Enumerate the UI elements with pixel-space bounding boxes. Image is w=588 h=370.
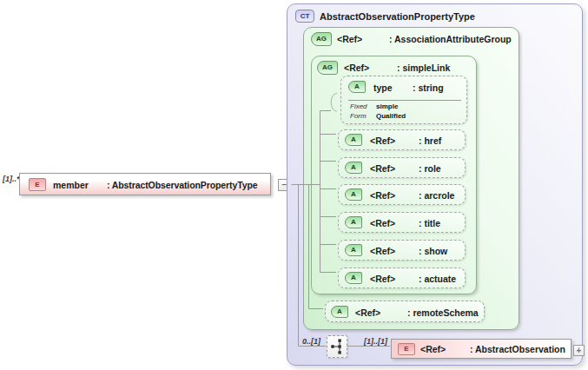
attribute-ref: <Ref> bbox=[355, 307, 380, 319]
attribute-ref: <Ref> bbox=[370, 135, 395, 147]
complex-type-title: AbstractObservationPropertyType bbox=[320, 10, 475, 23]
simplelink-name: : simpleLink bbox=[397, 62, 450, 74]
attribute-remoteschema-box[interactable]: A <Ref> : remoteSchema bbox=[325, 301, 485, 322]
attribute-name: : arcrole bbox=[419, 189, 454, 202]
attribute-actuate-box[interactable]: A <Ref> : actuate bbox=[338, 268, 466, 288]
association-attribute-group-box[interactable]: AG <Ref> : AssociationAttributeGroup AG … bbox=[303, 27, 519, 330]
attribute-datatype: : string bbox=[413, 82, 444, 94]
attribute-ref: <Ref> bbox=[370, 162, 395, 175]
attribute-ref: <Ref> bbox=[370, 273, 395, 285]
attribute-icon: A bbox=[345, 272, 362, 284]
observation-occurs-label: [1]..[1] bbox=[364, 337, 387, 346]
attribute-show-box[interactable]: A <Ref> : show bbox=[338, 240, 466, 261]
attribute-icon: A bbox=[345, 188, 362, 201]
attribute-type-box[interactable]: A type : string Fixed simple Form Qualif… bbox=[340, 76, 467, 124]
observation-name: : AbstractObservation bbox=[470, 343, 565, 355]
expand-icon[interactable]: + bbox=[573, 345, 585, 356]
attribute-group-icon: AG bbox=[311, 32, 332, 46]
attribute-name: : actuate bbox=[419, 273, 456, 285]
member-element-box[interactable]: E member : AbstractObservationPropertyTy… bbox=[19, 173, 271, 195]
attribute-icon: A bbox=[345, 134, 362, 146]
attribute-name: type bbox=[373, 82, 393, 94]
attribute-name: : title bbox=[419, 217, 440, 229]
facet-value: Qualified bbox=[376, 112, 406, 120]
sequence-icon[interactable] bbox=[327, 335, 347, 358]
attribute-name: : remoteSchema bbox=[407, 307, 479, 319]
attribute-ref: <Ref> bbox=[370, 189, 395, 202]
complex-type-icon: CT bbox=[295, 10, 314, 23]
simplelink-group-box[interactable]: AG <Ref> : simpleLink A type : string Fi… bbox=[311, 56, 477, 294]
facet-label: Form bbox=[350, 112, 367, 120]
attribute-group-ref: <Ref> bbox=[337, 33, 362, 45]
attribute-group-icon: AG bbox=[317, 61, 338, 75]
attribute-name: : show bbox=[419, 245, 447, 257]
element-icon: E bbox=[29, 178, 46, 191]
attribute-group-name: : AssociationAttributeGroup bbox=[389, 33, 512, 45]
complex-type-box[interactable]: CT AbstractObservationPropertyType AG <R… bbox=[287, 3, 583, 366]
xsd-diagram: [1]..* E member : AbstractObservationPro… bbox=[0, 0, 588, 370]
attribute-name: : role bbox=[419, 162, 441, 175]
attribute-icon: A bbox=[345, 216, 362, 228]
attribute-icon: A bbox=[345, 244, 362, 256]
facet-separator bbox=[348, 100, 461, 101]
attribute-ref: <Ref> bbox=[370, 217, 395, 229]
member-type: : AbstractObservationPropertyType bbox=[107, 179, 258, 191]
member-name: member bbox=[53, 179, 89, 191]
facet-value: simple bbox=[376, 102, 398, 110]
simplelink-ref: <Ref> bbox=[344, 62, 369, 74]
sequence-occurs-label: 0..[1] bbox=[302, 337, 320, 346]
attribute-role-box[interactable]: A <Ref> : role bbox=[338, 157, 466, 178]
sequence-glyph bbox=[327, 336, 347, 357]
attribute-arcrole-box[interactable]: A <Ref> : arcrole bbox=[338, 184, 466, 205]
observation-ref: <Ref> bbox=[420, 343, 446, 355]
attribute-icon: A bbox=[345, 162, 362, 174]
attribute-title-box[interactable]: A <Ref> : title bbox=[338, 212, 466, 233]
attribute-icon: A bbox=[348, 81, 366, 93]
facet-label: Fixed bbox=[350, 102, 367, 110]
member-occurs-label: [1]..* bbox=[3, 175, 20, 183]
attribute-href-box[interactable]: A <Ref> : href bbox=[338, 129, 466, 150]
attribute-icon: A bbox=[331, 306, 348, 318]
abstract-observation-element-box[interactable]: E <Ref> : AbstractObservation bbox=[391, 339, 571, 359]
attribute-name: : href bbox=[419, 135, 441, 147]
element-icon: E bbox=[398, 343, 415, 355]
attribute-ref: <Ref> bbox=[370, 245, 395, 257]
